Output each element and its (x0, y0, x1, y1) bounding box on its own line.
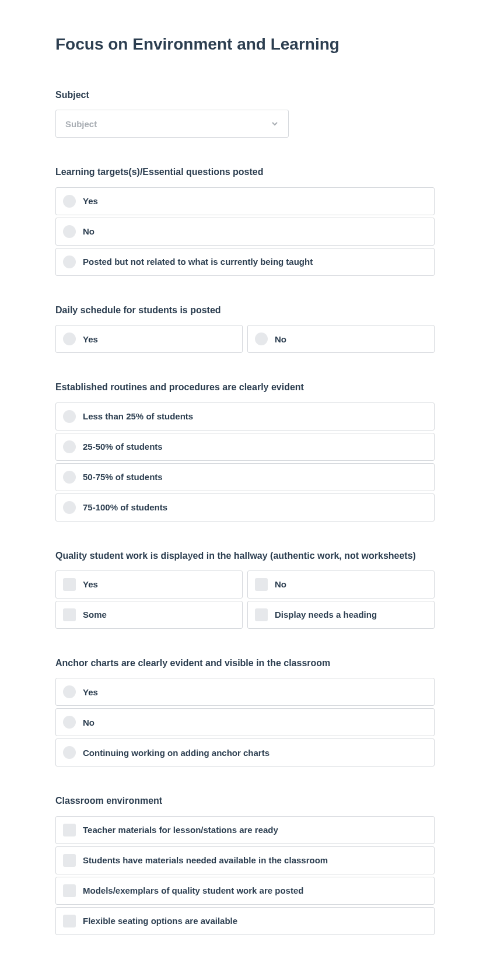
checkbox-icon (63, 824, 76, 836)
radio-icon (63, 256, 76, 268)
student-work-option[interactable]: Some (55, 601, 243, 629)
radio-icon (63, 332, 76, 345)
option-label: No (83, 226, 94, 236)
anchor-charts-option[interactable]: Continuing working on adding anchor char… (55, 738, 435, 766)
anchor-charts-options: Yes No Continuing working on adding anch… (55, 678, 435, 766)
checkbox-icon (63, 884, 76, 897)
learning-targets-option[interactable]: Yes (55, 187, 435, 215)
learning-targets-label: Learning targets(s)/Essential questions … (55, 166, 435, 178)
chevron-down-icon (271, 120, 279, 128)
routines-option[interactable]: Less than 25% of students (55, 402, 435, 430)
option-label: Yes (83, 334, 98, 344)
checkbox-icon (63, 854, 76, 867)
checkbox-icon (255, 608, 268, 621)
option-label: Continuing working on adding anchor char… (83, 748, 270, 758)
option-label: Some (83, 610, 107, 620)
option-label: Yes (83, 196, 98, 206)
student-work-options: Yes No Some Display needs a heading (55, 570, 435, 629)
radio-icon (63, 440, 76, 453)
page-title: Focus on Environment and Learning (55, 35, 435, 54)
anchor-charts-section: Anchor charts are clearly evident and vi… (55, 657, 435, 766)
learning-targets-option[interactable]: No (55, 218, 435, 246)
radio-icon (63, 501, 76, 514)
subject-label: Subject (55, 89, 435, 102)
student-work-section: Quality student work is displayed in the… (55, 550, 435, 629)
classroom-env-option[interactable]: Students have materials needed available… (55, 846, 435, 874)
classroom-env-option[interactable]: Teacher materials for lesson/stations ar… (55, 816, 435, 844)
student-work-option[interactable]: Display needs a heading (247, 601, 435, 629)
routines-option[interactable]: 75-100% of students (55, 494, 435, 522)
student-work-label: Quality student work is displayed in the… (55, 550, 435, 562)
radio-icon (63, 225, 76, 238)
option-label: No (275, 334, 286, 344)
subject-section: Subject Subject (55, 89, 435, 138)
option-label: 50-75% of students (83, 472, 163, 482)
checkbox-icon (63, 608, 76, 621)
option-label: Flexible seating options are available (83, 916, 237, 926)
checkbox-icon (63, 915, 76, 928)
daily-schedule-section: Daily schedule for students is posted Ye… (55, 304, 435, 353)
subject-dropdown[interactable]: Subject (55, 110, 289, 138)
option-label: Yes (83, 687, 98, 697)
classroom-env-options: Teacher materials for lesson/stations ar… (55, 816, 435, 935)
radio-icon (63, 410, 76, 423)
option-label: Posted but not related to what is curren… (83, 257, 313, 267)
classroom-env-label: Classroom environment (55, 794, 435, 807)
anchor-charts-option[interactable]: No (55, 708, 435, 736)
anchor-charts-option[interactable]: Yes (55, 678, 435, 706)
learning-targets-section: Learning targets(s)/Essential questions … (55, 166, 435, 275)
routines-option[interactable]: 50-75% of students (55, 463, 435, 491)
option-label: Teacher materials for lesson/stations ar… (83, 825, 278, 835)
option-label: No (83, 718, 94, 727)
daily-schedule-label: Daily schedule for students is posted (55, 304, 435, 317)
option-label: No (275, 579, 286, 589)
daily-schedule-option[interactable]: No (247, 325, 435, 353)
option-label: Students have materials needed available… (83, 855, 328, 865)
option-label: Models/exemplars of quality student work… (83, 886, 303, 895)
option-label: Yes (83, 579, 98, 589)
option-label: 75-100% of students (83, 502, 167, 512)
radio-icon (63, 685, 76, 698)
classroom-env-option[interactable]: Models/exemplars of quality student work… (55, 877, 435, 905)
radio-icon (63, 195, 76, 208)
learning-targets-options: Yes No Posted but not related to what is… (55, 187, 435, 276)
option-label: Less than 25% of students (83, 411, 193, 421)
student-work-option[interactable]: No (247, 570, 435, 598)
classroom-env-option[interactable]: Flexible seating options are available (55, 907, 435, 935)
checkbox-icon (63, 578, 76, 591)
classroom-env-section: Classroom environment Teacher materials … (55, 794, 435, 935)
daily-schedule-option[interactable]: Yes (55, 325, 243, 353)
radio-icon (255, 332, 268, 345)
learning-targets-option[interactable]: Posted but not related to what is curren… (55, 248, 435, 276)
radio-icon (63, 471, 76, 484)
routines-option[interactable]: 25-50% of students (55, 433, 435, 461)
routines-options: Less than 25% of students 25-50% of stud… (55, 402, 435, 522)
radio-icon (63, 746, 76, 759)
anchor-charts-label: Anchor charts are clearly evident and vi… (55, 657, 435, 670)
checkbox-icon (255, 578, 268, 591)
routines-section: Established routines and procedures are … (55, 381, 435, 521)
radio-icon (63, 716, 76, 729)
option-label: Display needs a heading (275, 610, 377, 620)
student-work-option[interactable]: Yes (55, 570, 243, 598)
routines-label: Established routines and procedures are … (55, 381, 435, 394)
daily-schedule-options: Yes No (55, 325, 435, 353)
subject-placeholder: Subject (65, 119, 97, 129)
option-label: 25-50% of students (83, 442, 163, 452)
